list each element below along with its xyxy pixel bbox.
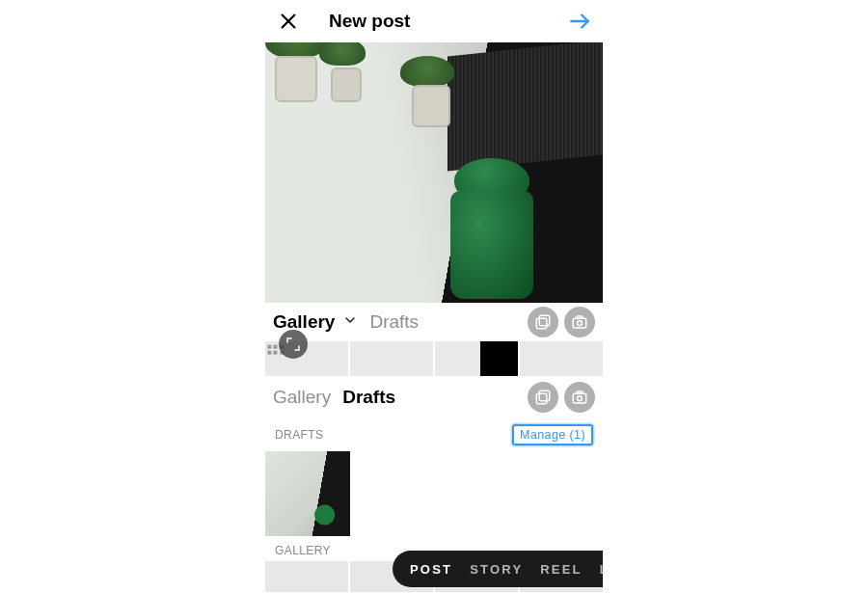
gallery-thumb[interactable] <box>520 341 603 376</box>
gallery-dropdown[interactable] <box>342 312 358 332</box>
svg-rect-4 <box>536 318 547 329</box>
gallery-thumb[interactable] <box>265 561 348 592</box>
close-icon <box>278 11 299 32</box>
source-row-1: Gallery Drafts <box>265 303 603 341</box>
mode-live[interactable]: LI <box>600 562 603 577</box>
preview-planter <box>412 85 450 127</box>
source-row-2: Gallery Drafts <box>265 378 603 417</box>
preview-plant <box>400 56 454 87</box>
drafts-heading: DRAFTS <box>275 428 323 442</box>
preview-planter <box>331 67 362 102</box>
svg-rect-8 <box>539 391 550 401</box>
svg-rect-10 <box>573 393 586 403</box>
tab-gallery[interactable]: Gallery <box>273 311 335 333</box>
tab-drafts[interactable]: Drafts <box>369 311 419 333</box>
svg-rect-9 <box>536 393 547 404</box>
gallery-thumb[interactable] <box>350 341 433 376</box>
drafts-section-header: DRAFTS Manage (1) <box>265 417 603 449</box>
expand-icon <box>285 337 301 352</box>
multi-select-icon <box>534 313 552 331</box>
multi-select-button[interactable] <box>528 307 558 337</box>
arrow-right-icon <box>567 9 592 34</box>
gallery-thumb[interactable] <box>435 341 518 376</box>
camera-button[interactable] <box>564 307 595 337</box>
photo-preview[interactable] <box>265 42 603 303</box>
mode-story[interactable]: STORY <box>470 562 523 577</box>
svg-rect-12 <box>577 391 583 393</box>
multi-select-icon <box>534 389 552 406</box>
manage-drafts-button[interactable]: Manage (1) <box>512 424 593 445</box>
camera-icon <box>571 313 588 331</box>
camera-button-2[interactable] <box>564 382 595 413</box>
svg-point-11 <box>578 396 583 401</box>
close-button[interactable] <box>275 8 302 35</box>
mode-reel[interactable]: REEL <box>540 562 582 577</box>
header-bar: New post <box>265 0 603 42</box>
svg-point-6 <box>578 321 583 326</box>
expand-crop-button[interactable] <box>279 330 308 359</box>
svg-rect-5 <box>573 318 586 328</box>
gallery-thumb-row: ▦ ▦ ▦▦ ▦ ▦ <box>265 341 603 378</box>
phone-frame: New post Gallery Drafts <box>265 0 603 593</box>
multi-select-button-2[interactable] <box>528 382 558 413</box>
next-button[interactable] <box>566 8 593 35</box>
chevron-down-icon <box>342 312 358 328</box>
page-title: New post <box>329 11 410 32</box>
preview-trashcan <box>450 191 533 299</box>
draft-thumbnail[interactable] <box>265 451 350 536</box>
gallery-heading: GALLERY <box>275 544 331 557</box>
tab-gallery-2[interactable]: Gallery <box>273 387 331 408</box>
tab-drafts-2[interactable]: Drafts <box>342 387 395 408</box>
mode-post[interactable]: POST <box>410 562 452 577</box>
svg-rect-3 <box>539 315 550 326</box>
preview-planter <box>275 56 317 102</box>
preview-railing <box>448 42 603 171</box>
camera-icon <box>571 389 588 406</box>
svg-rect-7 <box>577 316 583 318</box>
post-type-selector[interactable]: POST STORY REEL LI <box>393 551 603 587</box>
preview-plant <box>319 42 366 66</box>
